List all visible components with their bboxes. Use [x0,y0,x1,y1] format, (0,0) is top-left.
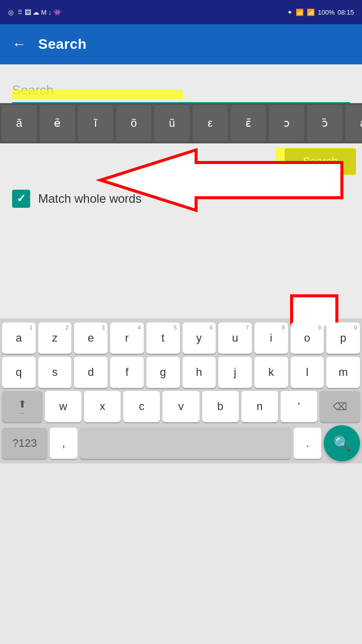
search-container [0,64,362,103]
special-char-e-tilde[interactable]: ẽ [40,105,75,141]
key-num-5: 5 [173,325,176,331]
checkmark-icon: ✓ [17,192,26,205]
back-button[interactable]: ← [12,36,26,52]
special-char-epsilon-tilde[interactable]: ε̃ [231,105,266,141]
key-p[interactable]: 0 p [326,323,360,354]
key-q[interactable]: q [2,357,36,388]
key-w[interactable]: w [45,391,81,422]
key-g[interactable]: g [146,357,180,388]
key-p-label: p [340,332,346,345]
keyboard-search-icon: 🔍 [333,435,351,452]
shift-icon: ⬆ [18,398,27,410]
key-o[interactable]: 9 o [291,323,324,354]
key-i[interactable]: 8 i [254,323,288,354]
key-num-4: 4 [138,325,141,331]
key-e-label: e [88,332,94,345]
backspace-key[interactable]: ⌫ [320,391,360,422]
special-char-open-o[interactable]: ɔ [269,105,304,141]
key-y-label: y [196,332,202,345]
key-m[interactable]: m [326,357,360,388]
special-char-a-acute[interactable]: á [345,105,362,141]
key-t-label: t [161,332,164,345]
key-v[interactable]: v [162,391,199,422]
comma-key[interactable]: , [50,428,77,459]
key-apostrophe[interactable]: ' [281,391,317,422]
keyboard-row-2: q s d f g h j k l m [2,357,360,388]
match-whole-words-label: Match whole words [38,192,141,206]
key-h[interactable]: h [183,357,216,388]
backspace-icon: ⌫ [333,400,347,413]
match-whole-words-checkbox[interactable]: ✓ [12,190,30,208]
comma-label: , [62,437,65,450]
key-l[interactable]: l [291,357,324,388]
key-r[interactable]: 4 r [110,323,144,354]
key-j[interactable]: j [218,357,252,388]
keyboard: 1 a 2 z 3 e 4 r 5 t 6 y 7 u 8 i [0,318,362,463]
key-y[interactable]: 6 y [183,323,216,354]
key-z-label: z [52,332,58,345]
special-char-open-o-tilde[interactable]: ɔ̃ [307,105,342,141]
shift-key[interactable]: ⬆ — [2,391,42,422]
status-right: ✦ 📶 📶 100% 08:15 [287,9,354,16]
key-r-label: r [125,332,129,345]
key-b[interactable]: b [202,391,239,422]
search-button[interactable]: Search [285,148,356,175]
key-o-label: o [304,332,310,345]
key-e[interactable]: 3 e [74,323,108,354]
keyboard-row-1: 1 a 2 z 3 e 4 r 5 t 6 y 7 u 8 i [2,323,360,354]
keyboard-row-3: ⬆ — w x c v b n ' ⌫ [2,391,360,422]
special-chars-row: ã ẽ ĩ õ ũ ε ε̃ ɔ ɔ̃ á [0,103,362,143]
key-c[interactable]: c [123,391,160,422]
options-area: ✓ Match whole words [0,180,362,218]
key-f[interactable]: f [110,357,144,388]
special-char-epsilon[interactable]: ε [193,105,228,141]
key-n[interactable]: n [241,391,278,422]
special-char-i-tilde[interactable]: ĩ [78,105,113,141]
key-t[interactable]: 5 t [146,323,180,354]
key-d[interactable]: d [74,357,108,388]
signal-icon: 📶 [307,9,315,16]
key-a[interactable]: 1 a [2,323,36,354]
special-char-o-tilde[interactable]: õ [116,105,151,141]
key-u-label: u [232,332,238,345]
key-num-8: 8 [282,325,285,331]
status-bar: ◎ ⠿ 🖼 ☁ M ↓ 👾 ✦ 📶 📶 100% 08:15 [0,0,362,24]
key-num-6: 6 [210,325,213,331]
battery-label: 100% [318,9,334,16]
content-area [0,218,362,318]
key-k[interactable]: k [254,357,288,388]
key-num-2: 2 [65,325,68,331]
key-i-label: i [270,332,273,345]
key-a-label: a [16,332,22,345]
period-label: . [306,437,309,450]
app-bar-title: Search [38,36,86,52]
period-key[interactable]: . [294,428,321,459]
special-char-u-tilde[interactable]: ũ [154,105,190,141]
special-char-a-tilde[interactable]: ã [2,105,37,141]
keyboard-bottom-row: ?123 , . 🔍 [2,425,360,461]
match-whole-words-option[interactable]: ✓ Match whole words [12,190,141,208]
key-num-1: 1 [30,325,33,331]
num-switch-key[interactable]: ?123 [2,428,47,459]
key-s[interactable]: s [38,357,72,388]
search-input[interactable] [12,78,350,103]
app-icon: ◎ [8,9,14,16]
search-input-wrapper [12,78,350,103]
num-switch-label: ?123 [13,437,37,450]
app-bar: ← Search [0,24,362,64]
bluetooth-icon: ✦ [287,9,293,16]
key-z[interactable]: 2 z [38,323,72,354]
key-num-3: 3 [102,325,105,331]
key-u[interactable]: 7 u [218,323,252,354]
time-label: 08:15 [337,9,354,16]
search-button-row: Search [0,143,362,180]
key-num-9: 9 [318,325,321,331]
key-num-0: 0 [354,325,357,331]
keyboard-search-button[interactable]: 🔍 [324,425,360,461]
notification-icons: ⠿ 🖼 ☁ M ↓ 👾 [18,9,61,16]
key-num-7: 7 [246,325,249,331]
space-key[interactable] [80,428,291,459]
key-x[interactable]: x [84,391,121,422]
wifi-icon: 📶 [296,9,304,16]
status-left: ◎ ⠿ 🖼 ☁ M ↓ 👾 [8,9,61,16]
